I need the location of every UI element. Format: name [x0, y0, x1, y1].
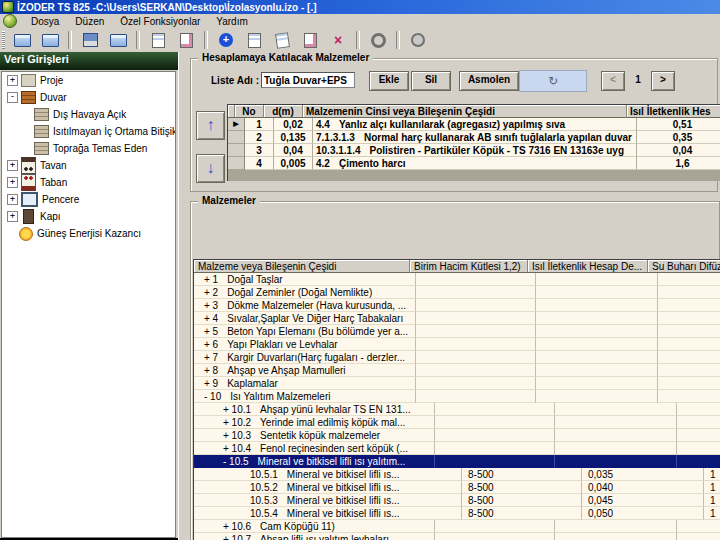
asmolen-button[interactable]: Asmolen — [459, 71, 519, 91]
column-header[interactable]: Malzemenin Cinsi veya Bileşenin Çeşidi — [303, 105, 627, 118]
column-header[interactable]: Birim Hacim Kütlesi 1,2) — [410, 260, 528, 273]
menu-yardim[interactable]: Yardım — [208, 15, 256, 28]
expand-toggle[interactable]: + 10.4 — [223, 443, 251, 454]
toolbar-grip[interactable] — [2, 31, 5, 49]
new-file-button[interactable] — [9, 30, 35, 50]
material-name: Yapı Plakları ve Levhalar — [227, 339, 337, 350]
table-row[interactable]: 10.5.1Mineral ve bitkisel lifli ıs...8-5… — [194, 468, 720, 481]
delete-button[interactable] — [325, 30, 351, 50]
material-code: 10.5.2 — [250, 482, 278, 493]
tree-expand-toggle[interactable]: + — [7, 211, 18, 222]
table-row[interactable]: + 5Beton Yapı Elemanı (Bu bölümde yer a.… — [194, 325, 720, 338]
expand-toggle[interactable]: + 2 — [204, 287, 218, 298]
expand-toggle[interactable]: + 10.7 — [223, 534, 251, 540]
menu-ozel-fonksiyonlar[interactable]: Özel Fonksiyonlar — [112, 15, 208, 28]
tree-expand-toggle[interactable]: + — [7, 177, 18, 188]
tree-item[interactable]: +Proje — [2, 72, 175, 89]
table-row[interactable]: + 10.7Ahşap lifli ısı yalıtım levhaları … — [194, 533, 720, 540]
expand-toggle[interactable]: + 5 — [204, 326, 218, 337]
expand-toggle[interactable]: + 10.2 — [223, 417, 251, 428]
expand-toggle[interactable]: + 4 — [204, 313, 218, 324]
material-cell: 4.4Yanlız alçı kullanılarak (agregasız) … — [313, 118, 637, 131]
table-row[interactable]: + 8Ahşap ve Ahşap Mamulleri — [194, 364, 720, 377]
asmolen-option-box[interactable]: ↻ — [519, 70, 587, 92]
tree-item[interactable]: +Kapı — [2, 208, 175, 225]
tree-item[interactable]: +Taban — [2, 174, 175, 191]
column-header[interactable]: Isıl İletkenlik Hes — [627, 105, 720, 118]
page-edit-button[interactable] — [241, 30, 267, 50]
expand-toggle[interactable]: + 10.6 — [223, 521, 251, 532]
table-row[interactable]: + 10.2Yerinde imal edilmiş köpük mal... — [194, 416, 720, 429]
move-up-button[interactable]: ↑ — [196, 111, 225, 140]
prev-page-button[interactable]: < — [601, 71, 625, 91]
edit-check-button[interactable] — [173, 30, 199, 50]
tree-item[interactable]: Güneş Enerjisi Kazancı — [2, 225, 175, 242]
tree-item[interactable]: -Duvar — [2, 89, 175, 106]
table-row[interactable]: + 3Dökme Malzemeler (Hava kurusunda, ... — [194, 299, 720, 312]
column-header[interactable]: No — [235, 105, 264, 118]
column-header[interactable]: Isıl İletkenlik Hesap De... — [528, 260, 648, 273]
table-row[interactable]: 10.5.3Mineral ve bitkisel lifli ıs...8-5… — [194, 494, 720, 507]
expand-toggle[interactable]: + 7 — [204, 352, 218, 363]
table-row[interactable]: + 9Kaplamalar — [194, 377, 720, 390]
table-row[interactable]: - 10.5Mineral ve bitkisel lifli ısı yalı… — [194, 455, 720, 468]
table-row[interactable]: ▶10,024.4Yanlız alçı kullanılarak (agreg… — [228, 118, 720, 131]
tree-item[interactable]: Toprağa Temas Eden — [2, 140, 175, 157]
tree-item[interactable]: Dış Havaya Açık — [2, 106, 175, 123]
expand-toggle[interactable]: - 10 — [204, 391, 221, 402]
table-row[interactable]: + 10.4Fenol reçinesinden sert köpük (... — [194, 442, 720, 455]
tree-item[interactable]: Isıtılmayan İç Ortama Bitişik — [2, 123, 175, 140]
expand-toggle[interactable]: + 1 — [204, 274, 218, 285]
sil-button[interactable]: Sil — [411, 71, 451, 91]
tree-expand-toggle[interactable]: + — [7, 75, 18, 86]
open-file-button[interactable] — [37, 30, 63, 50]
menu-dosya[interactable]: Dosya — [23, 15, 67, 28]
table-row[interactable]: + 4Sıvalar,Şaplar Ve Diğer Harç Tabakala… — [194, 312, 720, 325]
help-button[interactable] — [405, 30, 431, 50]
menu-duzen[interactable]: Düzen — [67, 15, 112, 28]
expand-toggle[interactable]: + 3 — [204, 300, 218, 311]
next-page-button[interactable]: > — [651, 71, 675, 91]
table-row[interactable]: - 10Isı Yalıtım Malzemeleri — [194, 390, 720, 403]
material-name: Kaplamalar — [227, 378, 278, 389]
column-header[interactable]: Malzeme veya Bileşenin Çeşidi — [194, 260, 410, 273]
table-row[interactable]: 40,0054.2Çimento harcı1,6 — [228, 157, 720, 170]
table-row[interactable]: + 10.1Ahşap yünü levhalar TS EN 131... — [194, 403, 720, 416]
expand-toggle[interactable]: + 6 — [204, 339, 218, 350]
export-button[interactable] — [105, 30, 131, 50]
table-row[interactable]: + 1Doğal Taşlar — [194, 273, 720, 286]
column-header[interactable]: Su Buharı Difüzyo... — [648, 260, 720, 273]
ekle-button[interactable]: Ekle — [369, 71, 409, 91]
report-button[interactable] — [145, 30, 171, 50]
table-row[interactable]: + 10.3Sentetik köpük malzemeler — [194, 429, 720, 442]
tree-expand-toggle[interactable]: + — [7, 194, 18, 205]
table-row[interactable]: + 7Kargir Duvarları(Harç fugaları - derz… — [194, 351, 720, 364]
table-row[interactable]: + 2Doğal Zeminler (Doğal Nemlikte) — [194, 286, 720, 299]
tree-expand-toggle[interactable]: - — [7, 92, 18, 103]
expand-toggle[interactable]: + 10.1 — [223, 404, 251, 415]
table-row[interactable]: 30,0410.3.1.1.4Polistiren - Partiküler K… — [228, 144, 720, 157]
table-row[interactable]: 10.5.2Mineral ve bitkisel lifli ıs...8-5… — [194, 481, 720, 494]
expand-toggle[interactable]: + 9 — [204, 378, 218, 389]
expand-toggle[interactable]: - 10.5 — [223, 456, 249, 467]
expand-toggle[interactable]: + 8 — [204, 365, 218, 376]
table-row[interactable]: 20,1357.1.3.1.3Normal harç kullanarak AB… — [228, 131, 720, 144]
liste-adi-input[interactable] — [261, 72, 355, 88]
move-down-button[interactable]: ↓ — [196, 154, 225, 183]
diffusion-cell: 1 — [704, 507, 720, 520]
draw-button[interactable] — [297, 30, 323, 50]
save-button[interactable] — [77, 30, 103, 50]
density-cell: 8-500 — [462, 507, 582, 520]
add-button[interactable] — [213, 30, 239, 50]
tree-item[interactable]: +Tavan — [2, 157, 175, 174]
density-cell — [435, 533, 555, 540]
column-header[interactable]: d(m) — [264, 105, 303, 118]
expand-toggle[interactable]: + 10.3 — [223, 430, 251, 441]
table-row[interactable]: + 6Yapı Plakları ve Levhalar — [194, 338, 720, 351]
table-row[interactable]: 10.5.4Mineral ve bitkisel lifli ıs...8-5… — [194, 507, 720, 520]
rotate-button[interactable] — [269, 30, 295, 50]
table-row[interactable]: + 10.6Cam Köpüğü 11) — [194, 520, 720, 533]
tree-item[interactable]: +Pencere — [2, 191, 175, 208]
tree-expand-toggle[interactable]: + — [7, 160, 18, 171]
settings-button[interactable] — [365, 30, 391, 50]
